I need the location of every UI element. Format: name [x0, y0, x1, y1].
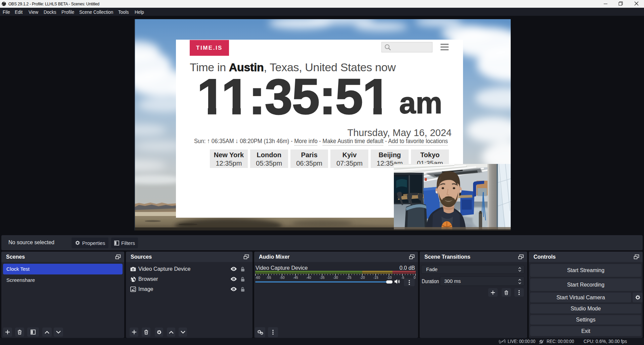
svg-text:-35: -35	[320, 276, 325, 279]
svg-text:-20: -20	[360, 276, 365, 279]
svg-text:-45: -45	[293, 276, 298, 279]
svg-text:-40: -40	[306, 276, 311, 279]
svg-text:-60: -60	[255, 276, 260, 279]
svg-text:-55: -55	[266, 276, 271, 279]
svg-text:-10: -10	[387, 276, 392, 279]
svg-text:-15: -15	[373, 276, 378, 279]
svg-text:-25: -25	[347, 276, 352, 279]
svg-text:-50: -50	[280, 276, 285, 279]
svg-text:-30: -30	[333, 276, 338, 279]
